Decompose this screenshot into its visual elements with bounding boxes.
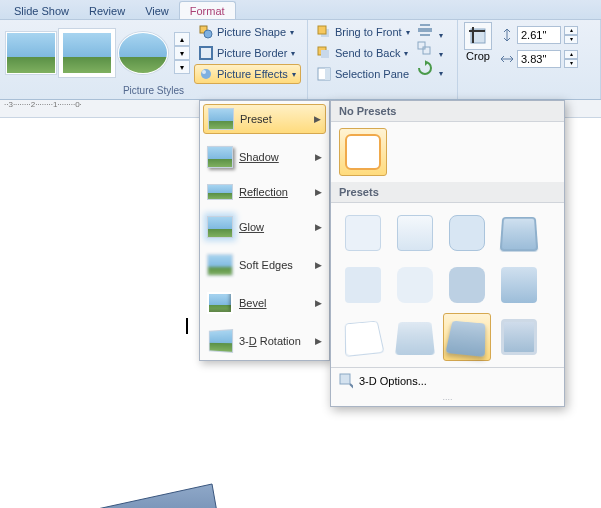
svg-rect-12 — [420, 24, 430, 26]
picture-effects-button[interactable]: Picture Effects ▾ — [194, 64, 301, 84]
chevron-right-icon: ▶ — [315, 187, 322, 197]
label: Send to Back — [335, 47, 400, 59]
menu-3d-rotation[interactable]: 3-D Rotation ▶ — [203, 327, 326, 355]
svg-point-3 — [201, 69, 211, 79]
preset-item[interactable] — [495, 261, 543, 309]
width-field[interactable]: ▴▾ — [500, 50, 578, 68]
chevron-right-icon: ▶ — [315, 336, 322, 346]
chevron-right-icon: ▶ — [315, 260, 322, 270]
spin-up[interactable]: ▴ — [564, 50, 578, 59]
dropdown-icon: ▾ — [406, 28, 410, 37]
selection-pane-button[interactable]: Selection Pane — [314, 64, 413, 84]
picture-shape-button[interactable]: Picture Shape ▾ — [194, 22, 301, 42]
gallery-down-icon[interactable]: ▾ — [174, 46, 190, 60]
send-to-back-button[interactable]: Send to Back ▾ — [314, 43, 413, 63]
svg-rect-19 — [340, 374, 350, 384]
crop-icon — [464, 22, 492, 50]
svg-rect-15 — [423, 47, 430, 54]
bring-to-front-button[interactable]: Bring to Front ▾ — [314, 22, 413, 42]
style-gallery-nav: ▴ ▾ ▾ — [174, 32, 190, 74]
picture-style-gallery[interactable]: ▴ ▾ ▾ — [6, 22, 190, 84]
ribbon-tabs: Slide Show Review View Format — [0, 0, 601, 20]
preset-item[interactable] — [391, 261, 439, 309]
rotate-button[interactable]: ▾ — [417, 60, 443, 78]
svg-marker-17 — [56, 484, 224, 508]
preset-item[interactable] — [443, 313, 491, 361]
menu-shadow[interactable]: Shadow ▶ — [203, 143, 326, 171]
dropdown-icon: ▾ — [291, 49, 295, 58]
flyout-resize-handle[interactable]: ···· — [331, 394, 564, 406]
label: Picture Effects — [217, 68, 288, 80]
preset-item[interactable] — [443, 261, 491, 309]
inserted-picture[interactable] — [44, 478, 224, 508]
bevel-thumb-icon — [207, 292, 233, 314]
picture-border-button[interactable]: Picture Border ▾ — [194, 43, 301, 63]
spin-up[interactable]: ▴ — [564, 26, 578, 35]
label: Picture Border — [217, 47, 287, 59]
label: Selection Pane — [335, 68, 409, 80]
preset-item[interactable] — [495, 313, 543, 361]
gallery-up-icon[interactable]: ▴ — [174, 32, 190, 46]
back-icon — [317, 46, 331, 60]
flyout-header-no-presets: No Presets — [331, 101, 564, 122]
glow-thumb-icon — [207, 216, 233, 238]
chevron-right-icon: ▶ — [315, 152, 322, 162]
label: Bring to Front — [335, 26, 402, 38]
preset-item[interactable] — [391, 209, 439, 257]
svg-rect-10 — [325, 68, 330, 80]
preset-item[interactable] — [339, 313, 387, 361]
height-field[interactable]: ▴▾ — [500, 26, 578, 44]
preset-item[interactable] — [339, 209, 387, 257]
tab-review[interactable]: Review — [79, 2, 135, 19]
svg-rect-2 — [200, 47, 212, 59]
svg-rect-13 — [420, 34, 430, 36]
spin-down[interactable]: ▾ — [564, 59, 578, 68]
tab-format[interactable]: Format — [179, 1, 236, 19]
preset-none[interactable] — [339, 128, 387, 176]
spin-down[interactable]: ▾ — [564, 35, 578, 44]
preset-thumb-icon — [208, 108, 234, 130]
rotation-thumb-icon — [209, 329, 233, 353]
crop-button[interactable]: Crop — [464, 22, 492, 62]
svg-point-1 — [204, 30, 212, 38]
style-thumb[interactable] — [118, 32, 168, 74]
height-input[interactable] — [517, 26, 561, 44]
front-icon — [317, 25, 331, 39]
group-button[interactable]: ▾ — [417, 41, 443, 59]
3d-options-button[interactable]: 3-D Options... — [331, 367, 564, 394]
group-picture-styles: ▴ ▾ ▾ Picture Shape ▾ Picture — [0, 20, 308, 99]
align-button[interactable]: ▾ — [417, 22, 443, 40]
menu-glow[interactable]: Glow ▶ — [203, 213, 326, 241]
style-thumb[interactable] — [62, 32, 112, 74]
chevron-right-icon: ▶ — [315, 222, 322, 232]
menu-bevel[interactable]: Bevel ▶ — [203, 289, 326, 317]
preset-item[interactable] — [443, 209, 491, 257]
picture-effects-menu: Preset ▶ Shadow ▶ Reflection ▶ Glow ▶ So… — [199, 100, 330, 361]
shadow-thumb-icon — [207, 146, 233, 168]
dropdown-icon: ▾ — [404, 49, 408, 58]
menu-soft-edges[interactable]: Soft Edges ▶ — [203, 251, 326, 279]
preset-flyout: No Presets Presets 3-D Options... ···· — [330, 100, 565, 407]
3d-options-label: 3-D Options... — [359, 375, 427, 387]
text-cursor — [186, 318, 188, 334]
style-thumb[interactable] — [6, 32, 56, 74]
reflection-thumb-icon — [207, 184, 233, 200]
preset-gallery — [331, 203, 564, 367]
svg-rect-6 — [318, 26, 326, 34]
menu-preset[interactable]: Preset ▶ — [203, 104, 326, 134]
width-icon — [500, 52, 514, 66]
dropdown-icon: ▾ — [290, 28, 294, 37]
preset-item[interactable] — [495, 209, 543, 257]
width-input[interactable] — [517, 50, 561, 68]
dropdown-icon: ▾ — [292, 70, 296, 79]
options-icon — [339, 374, 353, 388]
pane-icon — [317, 67, 331, 81]
gallery-more-icon[interactable]: ▾ — [174, 60, 190, 74]
preset-item[interactable] — [391, 313, 439, 361]
preset-item[interactable] — [339, 261, 387, 309]
svg-rect-11 — [418, 28, 432, 32]
tab-view[interactable]: View — [135, 2, 179, 19]
tab-slideshow[interactable]: Slide Show — [4, 2, 79, 19]
label: Picture Shape — [217, 26, 286, 38]
menu-reflection[interactable]: Reflection ▶ — [203, 181, 326, 203]
